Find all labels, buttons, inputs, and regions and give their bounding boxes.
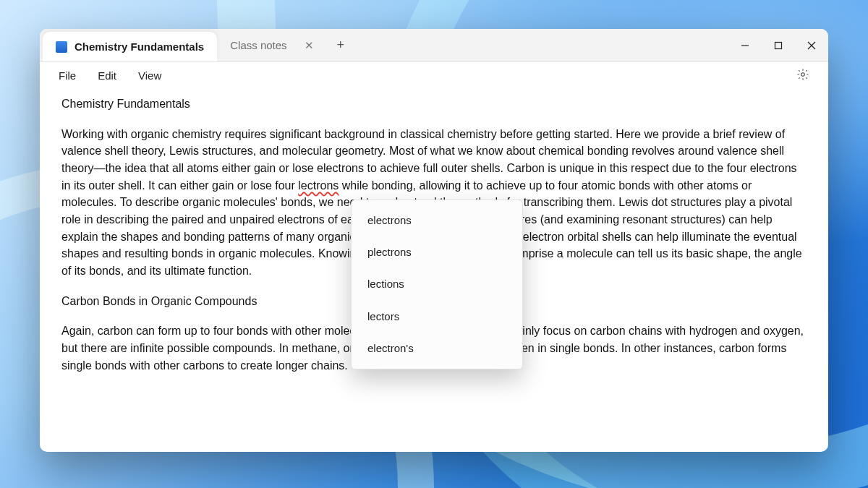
suggestion-item[interactable]: lections [352,268,522,300]
suggestion-item[interactable]: electrons [352,205,522,236]
spellcheck-menu: electrons plectrons lections lectors ele… [351,200,523,369]
menu-file[interactable]: File [59,69,76,82]
menu-edit[interactable]: Edit [98,69,116,82]
maximize-button[interactable] [762,29,795,61]
tab-active[interactable]: Chemistry Fundamentals [43,32,217,61]
tab-inactive[interactable]: Class notes ✕ [217,29,326,61]
app-window: Chemistry Fundamentals Class notes ✕ + F… [40,29,828,452]
svg-point-4 [801,72,805,76]
document-title: Chemistry Fundamentals [61,95,807,113]
close-tab-icon[interactable]: ✕ [305,40,314,51]
suggestion-item[interactable]: lectors [352,301,522,333]
suggestion-item[interactable]: plectrons [352,236,522,268]
svg-rect-1 [775,42,782,48]
tab-label: Chemistry Fundamentals [75,40,204,53]
new-tab-button[interactable]: + [327,29,355,61]
suggestion-item[interactable]: electron's [352,333,522,364]
minimize-button[interactable] [728,29,762,61]
tab-label: Class notes [230,39,286,51]
editor-content[interactable]: Chemistry Fundamentals Working with orga… [40,88,828,452]
window-controls [728,29,828,61]
close-window-button[interactable] [795,29,828,61]
menubar: File Edit View [40,62,828,88]
titlebar[interactable]: Chemistry Fundamentals Class notes ✕ + [40,29,828,62]
notepad-icon [56,41,67,53]
settings-button[interactable] [796,68,809,83]
titlebar-drag-area[interactable] [354,29,728,61]
misspelled-word[interactable]: lectrons [298,179,339,192]
menu-view[interactable]: View [138,69,161,82]
